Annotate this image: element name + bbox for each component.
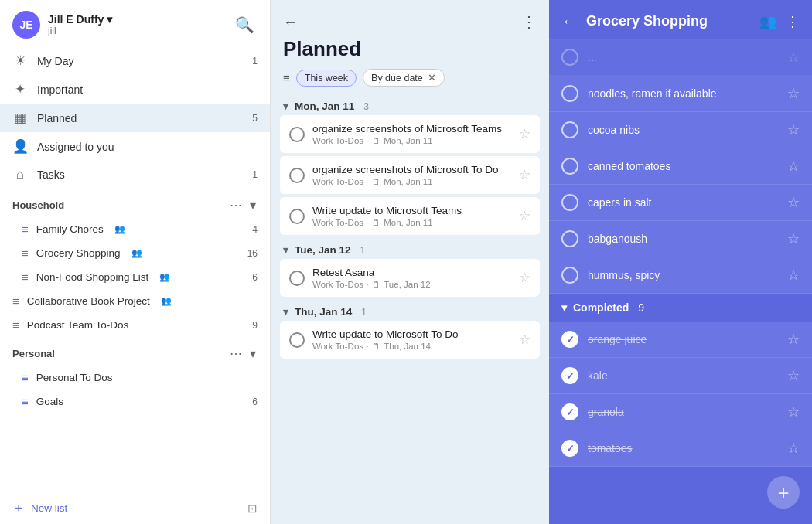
task-star-t3[interactable]: ☆ <box>519 208 531 224</box>
personal-section-header: Personal ⋯ ▾ <box>0 337 270 366</box>
grocery-item-gc3[interactable]: granola ☆ <box>549 394 812 430</box>
task-checkbox-t4[interactable] <box>289 271 305 286</box>
add-grocery-fab[interactable]: ＋ <box>767 476 800 509</box>
task-card-t4[interactable]: Retest Asana Work To-Dos · 🗒 Tue, Jan 12… <box>280 259 540 297</box>
grocery-star-gc4[interactable]: ☆ <box>787 440 800 457</box>
task-card-t3[interactable]: Write update to Microsoft Teams Work To-… <box>280 197 540 235</box>
collab-book-label: Collaborative Book Project <box>27 295 150 307</box>
list-item-family-chores[interactable]: ≡ Family Chores 👥 4 <box>0 217 270 241</box>
list-item-grocery-shopping[interactable]: ≡ Grocery Shopping 👥 16 <box>0 241 270 265</box>
household-title: Household <box>12 199 64 211</box>
grocery-star-g6[interactable]: ☆ <box>787 267 800 284</box>
list-item-non-food[interactable]: ≡ Non-Food Shopping List 👥 6 <box>0 265 270 289</box>
task-card-t5[interactable]: Write update to Microsoft To Do Work To-… <box>280 321 540 359</box>
list-item-personal-todos[interactable]: ≡ Personal To Dos <box>0 366 270 390</box>
personal-more-icon[interactable]: ⋯ <box>228 345 244 362</box>
task-star-t5[interactable]: ☆ <box>519 332 531 348</box>
task-checkbox-t5[interactable] <box>289 332 305 348</box>
household-more-icon[interactable]: ⋯ <box>228 196 244 214</box>
nav-item-my-day[interactable]: ☀ My Day 1 <box>0 46 270 75</box>
task-card-t1[interactable]: organize screenshots of Microsoft Teams … <box>280 115 540 153</box>
star-icon: ✦ <box>12 81 28 97</box>
date-group-tue-jan-12[interactable]: ▾ Tue, Jan 12 1 <box>280 238 540 259</box>
grocery-checkbox-g6[interactable] <box>561 267 578 284</box>
grocery-checkbox-gc2[interactable] <box>561 367 578 384</box>
task-star-t2[interactable]: ☆ <box>519 167 531 183</box>
non-food-count: 6 <box>252 272 258 283</box>
filter-chip-this-week[interactable]: This week <box>296 70 357 87</box>
list-icon: ≡ <box>12 318 19 332</box>
nav-label-my-day: My Day <box>37 55 73 67</box>
grocery-checkbox-gc3[interactable] <box>561 403 578 420</box>
grocery-star-gc3[interactable]: ☆ <box>787 403 800 420</box>
new-list-button[interactable]: ＋ New list ⊡ <box>0 492 270 524</box>
task-checkbox-t2[interactable] <box>289 168 305 183</box>
shared-icon: 👥 <box>161 296 172 306</box>
task-meta-t1: Work To-Dos · 🗒 Mon, Jan 11 <box>312 136 511 145</box>
grocery-checkbox-g4[interactable] <box>561 194 578 211</box>
task-star-t1[interactable]: ☆ <box>519 126 531 142</box>
task-meta-t4: Work To-Dos · 🗒 Tue, Jan 12 <box>312 280 511 289</box>
people-icon[interactable]: 👥 <box>759 13 776 30</box>
grocery-item-g5[interactable]: babganoush ☆ <box>549 221 812 257</box>
task-star-t4[interactable]: ☆ <box>519 270 531 286</box>
list-item-podcast[interactable]: ≡ Podcast Team To-Dos 9 <box>0 313 270 337</box>
grocery-checkbox-gc1[interactable] <box>561 331 578 348</box>
grocery-star-g1[interactable]: ☆ <box>787 85 800 102</box>
grocery-star-g5[interactable]: ☆ <box>787 230 800 247</box>
grocery-checkbox-g3[interactable] <box>561 158 578 175</box>
grocery-label-g3: canned tomatoes <box>588 160 778 172</box>
task-checkbox-t1[interactable] <box>289 127 305 142</box>
nav-label-assigned: Assigned to you <box>37 141 114 153</box>
grocery-checkbox-g2[interactable] <box>561 121 578 138</box>
grocery-label-gc4: tomatoes <box>588 442 778 454</box>
completed-section-header[interactable]: ▾ Completed 9 <box>549 294 812 322</box>
filter-chip-by-due-date[interactable]: By due date ✕ <box>363 69 445 87</box>
grocery-star-gc2[interactable]: ☆ <box>787 367 800 384</box>
search-icon[interactable]: 🔍 <box>232 12 258 37</box>
grocery-star-g4[interactable]: ☆ <box>787 194 800 211</box>
grocery-item-g6[interactable]: hummus, spicy ☆ <box>549 257 812 294</box>
nav-item-tasks[interactable]: ⌂ Tasks 1 <box>0 161 270 189</box>
date-group-mon-jan-11[interactable]: ▾ Mon, Jan 11 3 <box>280 94 540 115</box>
grocery-checkbox[interactable] <box>561 49 578 66</box>
middle-more-button[interactable]: ⋮ <box>521 12 537 31</box>
right-panel-title: Grocery Shopping <box>586 13 708 29</box>
household-section-header: Household ⋯ ▾ <box>0 189 270 217</box>
task-card-t2[interactable]: organize screenshots of Microsoft To Do … <box>280 156 540 194</box>
grocery-item-gc1[interactable]: orange juice ☆ <box>549 322 812 358</box>
grocery-checkbox-g5[interactable] <box>561 230 578 247</box>
filter-close-icon[interactable]: ✕ <box>428 72 436 83</box>
grocery-item-above[interactable]: ... ☆ <box>549 39 812 76</box>
grocery-checkbox-g1[interactable] <box>561 85 578 102</box>
grocery-star-g3[interactable]: ☆ <box>787 158 800 175</box>
nav-count-planned: 5 <box>252 113 258 124</box>
grocery-item-gc4[interactable]: tomatoes ☆ <box>549 430 812 467</box>
grocery-star-g2[interactable]: ☆ <box>787 121 800 138</box>
grocery-label-gc2: kale <box>588 369 778 382</box>
user-profile[interactable]: JE Jill E Duffy ▾ jill <box>12 11 112 39</box>
shared-icon: 👥 <box>159 272 170 282</box>
list-item-goals[interactable]: ≡ Goals 6 <box>0 390 270 413</box>
grocery-item-g2[interactable]: cocoa nibs ☆ <box>549 112 812 148</box>
nav-item-assigned[interactable]: 👤 Assigned to you <box>0 132 270 161</box>
back-button[interactable]: ← <box>283 13 299 31</box>
nav-item-planned[interactable]: ▦ Planned 5 <box>0 104 270 132</box>
list-item-collab-book[interactable]: ≡ Collaborative Book Project 👥 <box>0 289 270 313</box>
sun-icon: ☀ <box>12 53 28 69</box>
grocery-item-g3[interactable]: canned tomatoes ☆ <box>549 148 812 185</box>
right-more-icon[interactable]: ⋮ <box>786 13 800 30</box>
plus-icon: ＋ <box>12 500 25 516</box>
grocery-star[interactable]: ☆ <box>787 49 800 66</box>
grocery-star-gc1[interactable]: ☆ <box>787 331 800 348</box>
right-back-button[interactable]: ← <box>561 12 577 30</box>
personal-expand-icon[interactable]: ▾ <box>248 345 258 362</box>
grocery-item-g1[interactable]: noodles, ramen if available ☆ <box>549 76 812 112</box>
household-expand-icon[interactable]: ▾ <box>248 196 258 214</box>
date-group-thu-jan-14[interactable]: ▾ Thu, Jan 14 1 <box>280 300 540 321</box>
grocery-item-g4[interactable]: capers in salt ☆ <box>549 185 812 221</box>
nav-item-important[interactable]: ✦ Important <box>0 75 270 104</box>
task-checkbox-t3[interactable] <box>289 209 305 224</box>
grocery-checkbox-gc4[interactable] <box>561 440 578 457</box>
grocery-item-gc2[interactable]: kale ☆ <box>549 358 812 394</box>
